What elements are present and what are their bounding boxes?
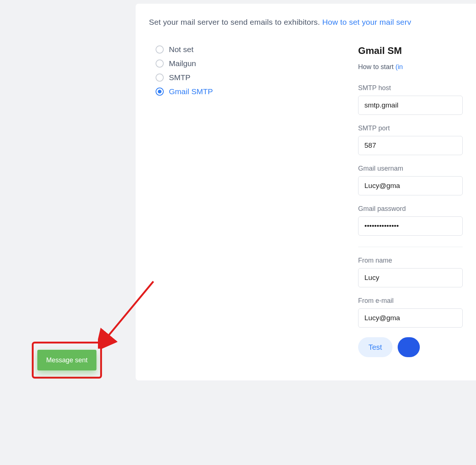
field-label: Gmail usernam [358, 165, 463, 172]
field-label: SMTP port [358, 124, 463, 132]
content-row: Not set Mailgun SMTP Gmail SMTP Gmail SM… [149, 45, 463, 357]
radio-circle-icon [156, 88, 164, 96]
field-from-name: From name [358, 257, 463, 287]
radio-circle-icon [156, 45, 164, 54]
settings-card: Set your mail server to send emails to e… [136, 4, 476, 380]
gmail-password-input[interactable] [358, 216, 463, 236]
radio-label: SMTP [169, 73, 190, 82]
field-gmail-password: Gmail password [358, 205, 463, 236]
toast-message: Message sent [46, 356, 88, 364]
radio-label: Gmail SMTP [169, 87, 213, 96]
field-label: SMTP host [358, 84, 463, 92]
intro-text: Set your mail server to send emails to e… [149, 18, 463, 27]
radio-smtp[interactable]: SMTP [156, 73, 358, 82]
form-divider [358, 247, 463, 247]
radio-label: Not set [169, 45, 194, 54]
test-button[interactable]: Test [358, 337, 392, 357]
from-name-input[interactable] [358, 268, 463, 287]
field-smtp-port: SMTP port [358, 124, 463, 155]
radio-not-set[interactable]: Not set [156, 45, 358, 54]
howto-line: How to start (in [358, 63, 463, 71]
field-label: From name [358, 257, 463, 264]
from-email-input[interactable] [358, 308, 463, 328]
howto-link[interactable]: How to set your mail serv [322, 18, 411, 26]
field-gmail-username: Gmail usernam [358, 165, 463, 195]
howto-instructions-link[interactable]: (in [395, 63, 403, 71]
form-column: Gmail SM How to start (in SMTP host SMTP… [358, 45, 463, 357]
radio-mailgun[interactable]: Mailgun [156, 59, 358, 68]
field-label: From e-mail [358, 297, 463, 305]
field-smtp-host: SMTP host [358, 84, 463, 115]
radio-circle-icon [156, 73, 164, 82]
radio-gmail-smtp[interactable]: Gmail SMTP [156, 87, 358, 96]
smtp-port-input[interactable] [358, 136, 463, 155]
form-title: Gmail SM [358, 45, 463, 57]
smtp-host-input[interactable] [358, 96, 463, 115]
gmail-username-input[interactable] [358, 176, 463, 195]
radio-label: Mailgun [169, 59, 196, 68]
intro-static: Set your mail server to send emails to e… [149, 18, 322, 26]
success-toast: Message sent [37, 350, 96, 370]
field-label: Gmail password [358, 205, 463, 213]
button-row: Test [358, 337, 463, 357]
mail-provider-radiogroup: Not set Mailgun SMTP Gmail SMTP [149, 45, 358, 357]
howto-text: How to start [358, 63, 395, 71]
toast-highlight-annotation: Message sent [32, 342, 102, 379]
radio-circle-icon [156, 59, 164, 68]
field-from-email: From e-mail [358, 297, 463, 328]
save-button[interactable] [398, 337, 420, 357]
